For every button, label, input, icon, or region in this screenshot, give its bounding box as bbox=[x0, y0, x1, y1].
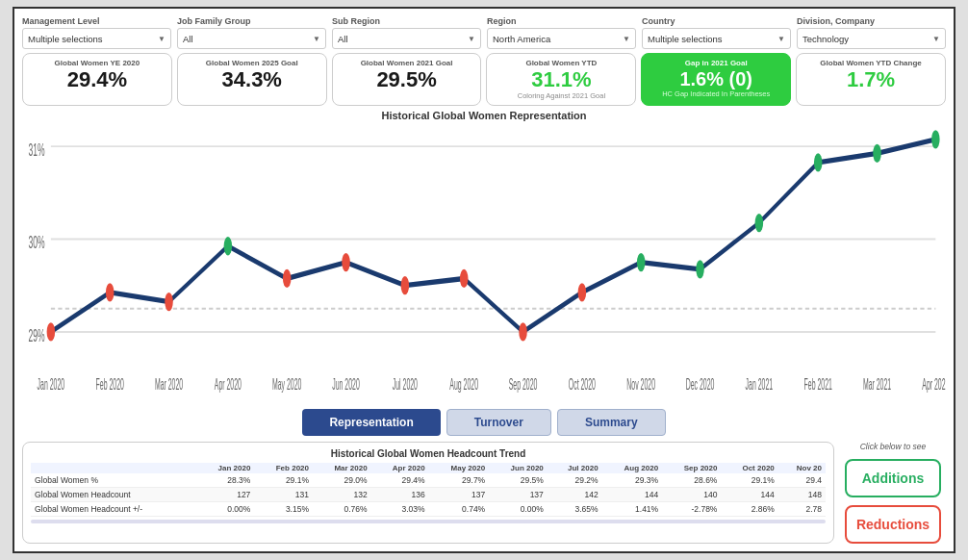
click-hint: Click below to see bbox=[860, 442, 927, 451]
data-point-9 bbox=[578, 283, 587, 301]
svg-text:Apr 2020: Apr 2020 bbox=[215, 376, 242, 394]
kpi-value-1: 34.3% bbox=[222, 68, 282, 91]
table-title: Historical Global Women Headcount Trend bbox=[31, 448, 826, 459]
svg-text:Aug 2020: Aug 2020 bbox=[449, 376, 478, 394]
row-label-1: Global Women Headcount bbox=[31, 488, 196, 502]
chart-line bbox=[51, 140, 935, 332]
cell-2-1: 3.15% bbox=[254, 502, 313, 517]
table-row-1: Global Women Headcount127131132136137137… bbox=[31, 488, 826, 502]
chart-section: Historical Global Women Representation 3… bbox=[22, 110, 946, 401]
row-label-0: Global Women % bbox=[31, 473, 196, 488]
cell-1-9: 144 bbox=[721, 488, 777, 502]
data-point-5 bbox=[342, 253, 350, 271]
col-header-7: Jul 2020 bbox=[548, 463, 602, 473]
svg-text:Jul 2020: Jul 2020 bbox=[393, 376, 418, 394]
filter-value-job-family-group: All bbox=[183, 34, 193, 44]
cell-1-0: 127 bbox=[196, 488, 254, 502]
svg-text:Jan 2020: Jan 2020 bbox=[38, 376, 65, 394]
svg-text:Apr 2021: Apr 2021 bbox=[922, 376, 946, 394]
data-point-13 bbox=[814, 153, 823, 171]
kpi-value-5: 1.7% bbox=[847, 68, 895, 91]
additions-button[interactable]: Additions bbox=[845, 459, 941, 497]
cell-2-8: -2.78% bbox=[662, 502, 721, 517]
data-point-4 bbox=[283, 269, 292, 288]
data-point-10 bbox=[637, 253, 646, 271]
filter-group-sub-region: Sub Region All ▼ bbox=[332, 16, 481, 49]
scrollbar[interactable] bbox=[31, 520, 826, 523]
right-panel: Click below to see Additions Reductions bbox=[840, 442, 946, 544]
row-label-2: Global Women Headcount +/- bbox=[31, 502, 196, 517]
table-row-0: Global Women %28.3%29.1%29.0%29.4%29.7%2… bbox=[31, 473, 826, 488]
col-header-4: Apr 2020 bbox=[371, 463, 429, 473]
col-header-0 bbox=[31, 463, 196, 473]
chevron-down-icon: ▼ bbox=[468, 35, 475, 43]
svg-text:Jun 2020: Jun 2020 bbox=[332, 376, 360, 394]
kpi-card-0: Global Women YE 2020 29.4% bbox=[22, 53, 172, 106]
filter-value-division-company: Technology bbox=[802, 34, 849, 44]
cell-2-7: 1.41% bbox=[602, 502, 663, 517]
svg-text:Mar 2020: Mar 2020 bbox=[155, 376, 183, 394]
data-point-14 bbox=[873, 143, 881, 162]
cell-1-3: 136 bbox=[371, 488, 429, 502]
kpi-sub-4: HC Gap Indicated In Parentheses bbox=[662, 89, 770, 98]
cell-0-8: 28.6% bbox=[662, 473, 721, 488]
tab-row: Representation Turnover Summary bbox=[22, 409, 946, 436]
col-header-9: Sep 2020 bbox=[662, 463, 721, 473]
data-point-3 bbox=[224, 237, 233, 255]
cell-2-2: 0.76% bbox=[313, 502, 371, 517]
data-point-0 bbox=[47, 322, 56, 341]
filter-select-country[interactable]: Multiple selections ▼ bbox=[642, 28, 791, 49]
reductions-button[interactable]: Reductions bbox=[845, 505, 941, 544]
cell-0-0: 28.3% bbox=[196, 473, 254, 488]
chevron-down-icon: ▼ bbox=[932, 35, 940, 43]
filter-label-management-level: Management Level bbox=[22, 16, 171, 26]
cell-0-9: 29.1% bbox=[721, 473, 777, 488]
svg-text:May 2020: May 2020 bbox=[272, 376, 302, 394]
svg-text:Sep 2020: Sep 2020 bbox=[509, 376, 538, 394]
main-container: Management Level Multiple selections ▼ J… bbox=[13, 7, 955, 553]
cell-2-10: 2.78 bbox=[778, 502, 826, 517]
svg-text:Dec 2020: Dec 2020 bbox=[686, 376, 715, 394]
cell-0-7: 29.3% bbox=[602, 473, 663, 488]
chevron-down-icon: ▼ bbox=[623, 35, 630, 43]
data-point-2 bbox=[165, 293, 173, 311]
filter-group-region: Region North America ▼ bbox=[487, 16, 636, 49]
tab-representation[interactable]: Representation bbox=[302, 409, 440, 436]
filter-group-division-company: Division, Company Technology ▼ bbox=[797, 16, 946, 49]
kpi-title-4: Gap in 2021 Goal bbox=[685, 59, 748, 68]
col-header-11: Nov 20 bbox=[778, 463, 826, 473]
cell-1-7: 144 bbox=[602, 488, 663, 502]
filter-group-country: Country Multiple selections ▼ bbox=[642, 16, 791, 49]
svg-text:29%: 29% bbox=[28, 325, 44, 345]
bottom-section: Historical Global Women Headcount Trend … bbox=[22, 442, 946, 544]
filter-select-division-company[interactable]: Technology ▼ bbox=[797, 28, 946, 49]
cell-0-3: 29.4% bbox=[371, 473, 429, 488]
chevron-down-icon: ▼ bbox=[158, 35, 166, 43]
tab-turnover[interactable]: Turnover bbox=[446, 409, 551, 436]
filter-select-region[interactable]: North America ▼ bbox=[487, 28, 636, 49]
filter-value-sub-region: All bbox=[338, 34, 348, 44]
cell-1-4: 137 bbox=[429, 488, 490, 502]
filter-label-job-family-group: Job Family Group bbox=[177, 16, 326, 26]
table-row-2: Global Women Headcount +/-0.00%3.15%0.76… bbox=[31, 502, 826, 517]
filter-select-sub-region[interactable]: All ▼ bbox=[332, 28, 481, 49]
col-header-6: Jun 2020 bbox=[489, 463, 548, 473]
svg-text:Feb 2020: Feb 2020 bbox=[96, 376, 124, 394]
tab-summary[interactable]: Summary bbox=[557, 409, 666, 436]
data-point-8 bbox=[519, 322, 527, 341]
col-header-5: May 2020 bbox=[429, 463, 490, 473]
table-header-row: Jan 2020 Feb 2020 Mar 2020 Apr 2020 May … bbox=[31, 463, 826, 473]
kpi-row: Global Women YE 2020 29.4% Global Women … bbox=[22, 53, 946, 106]
col-header-3: Mar 2020 bbox=[313, 463, 371, 473]
data-point-7 bbox=[460, 269, 469, 288]
svg-text:Jan 2021: Jan 2021 bbox=[746, 376, 774, 394]
cell-0-6: 29.2% bbox=[548, 473, 602, 488]
filter-select-job-family-group[interactable]: All ▼ bbox=[177, 28, 326, 49]
kpi-value-4: 1.6% (0) bbox=[679, 68, 752, 89]
svg-text:30%: 30% bbox=[28, 232, 44, 252]
svg-text:31%: 31% bbox=[28, 140, 44, 160]
filter-select-management-level[interactable]: Multiple selections ▼ bbox=[22, 28, 171, 49]
filter-group-job-family-group: Job Family Group All ▼ bbox=[177, 16, 326, 49]
cell-1-6: 142 bbox=[548, 488, 602, 502]
line-chart-svg: 31% 30% 29% bbox=[22, 123, 946, 401]
